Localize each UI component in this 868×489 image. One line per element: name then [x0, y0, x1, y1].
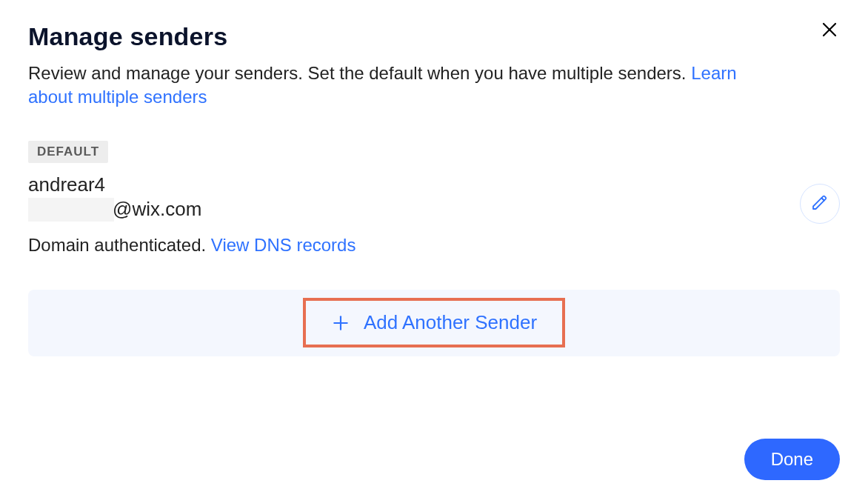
view-dns-link[interactable]: View DNS records	[211, 235, 356, 255]
pencil-icon	[811, 193, 829, 214]
add-sender-button[interactable]: Add Another Sender	[303, 298, 565, 347]
subtitle-text: Review and manage your senders. Set the …	[28, 63, 691, 83]
sender-email: @wix.com	[28, 198, 840, 222]
sender-name: andrear4	[28, 173, 840, 196]
auth-status-text: Domain authenticated.	[28, 235, 211, 255]
dialog-subtitle: Review and manage your senders. Set the …	[28, 61, 784, 110]
auth-status-row: Domain authenticated. View DNS records	[28, 235, 840, 256]
sender-email-domain: @wix.com	[113, 198, 201, 221]
close-icon	[821, 21, 838, 41]
done-button[interactable]: Done	[744, 439, 840, 480]
add-sender-label: Add Another Sender	[364, 311, 537, 334]
redacted-email-local	[28, 198, 114, 222]
add-sender-bar: Add Another Sender	[28, 290, 840, 356]
dialog-title: Manage senders	[28, 22, 840, 51]
default-badge: DEFAULT	[28, 141, 108, 163]
close-button[interactable]	[819, 21, 840, 41]
plus-icon	[331, 313, 350, 333]
sender-card: andrear4 @wix.com Domain authenticated. …	[28, 173, 840, 256]
edit-sender-button[interactable]	[800, 184, 840, 224]
